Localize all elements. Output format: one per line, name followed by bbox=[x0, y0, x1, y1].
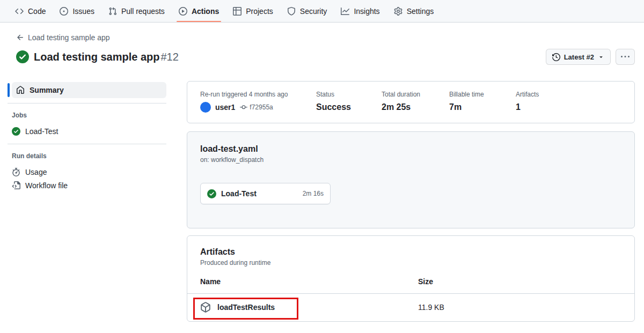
job-node-load-test[interactable]: Load-Test 2m 16s bbox=[200, 183, 331, 204]
history-icon bbox=[552, 53, 560, 61]
graph-icon bbox=[341, 7, 349, 16]
shield-icon bbox=[287, 7, 296, 16]
gear-icon bbox=[394, 7, 402, 16]
tab-settings[interactable]: Settings bbox=[389, 0, 440, 22]
billable-time-label: Billable time bbox=[449, 91, 516, 98]
run-summary-card: Re-run triggered 4 months ago user1 f729… bbox=[187, 81, 635, 123]
kebab-horizontal-icon bbox=[621, 53, 630, 61]
back-link-label: Load testing sample app bbox=[28, 33, 110, 42]
tab-label: Actions bbox=[192, 7, 219, 16]
column-header-size: Size bbox=[418, 277, 433, 286]
code-icon bbox=[15, 7, 24, 16]
workflow-file-name: load-test.yaml bbox=[200, 144, 621, 154]
check-circle-icon bbox=[207, 189, 216, 198]
tab-label: Insights bbox=[354, 7, 379, 16]
tab-issues[interactable]: Issues bbox=[54, 0, 99, 22]
trigger-user[interactable]: user1 bbox=[215, 103, 235, 112]
commit-sha[interactable]: f72955a bbox=[250, 103, 273, 111]
tab-label: Projects bbox=[246, 7, 273, 16]
run-details-heading: Run details bbox=[12, 152, 166, 160]
avatar[interactable] bbox=[200, 102, 211, 113]
artifact-row: loadTestResults 11.9 KB bbox=[187, 294, 634, 321]
workflow-graph-card: load-test.yaml on: workflow_dispatch Loa… bbox=[187, 131, 635, 228]
tab-label: Code bbox=[28, 7, 46, 16]
status-value: Success bbox=[316, 102, 382, 112]
package-icon bbox=[200, 302, 211, 313]
sidebar-item-usage[interactable]: Usage bbox=[12, 168, 166, 176]
sidebar-item-workflow-file[interactable]: Workflow file bbox=[12, 181, 166, 190]
tab-label: Settings bbox=[407, 7, 434, 16]
home-icon bbox=[16, 86, 25, 94]
git-commit-icon bbox=[240, 103, 247, 111]
tab-label: Security bbox=[300, 7, 327, 16]
check-circle-icon bbox=[16, 50, 29, 63]
artifacts-title: Artifacts bbox=[200, 247, 621, 257]
artifacts-count-value: 1 bbox=[516, 102, 539, 112]
arrow-left-icon bbox=[16, 33, 25, 42]
latest-run-label: Latest #2 bbox=[564, 53, 594, 61]
sidebar-item-label: Summary bbox=[30, 86, 64, 94]
status-label: Status bbox=[316, 91, 382, 98]
column-header-name: Name bbox=[200, 277, 418, 286]
usage-label: Usage bbox=[25, 168, 47, 176]
tab-code[interactable]: Code bbox=[10, 0, 51, 22]
total-duration-label: Total duration bbox=[382, 91, 449, 98]
artifacts-subtitle: Produced during runtime bbox=[200, 259, 621, 267]
check-circle-icon bbox=[12, 127, 20, 136]
git-pull-request-icon bbox=[108, 7, 117, 16]
artifact-size: 11.9 KB bbox=[418, 303, 444, 312]
run-sidebar: Summary Jobs Load-Test Run details Usage… bbox=[0, 81, 187, 190]
issue-opened-icon bbox=[60, 7, 68, 16]
tab-pull-requests[interactable]: Pull requests bbox=[103, 0, 170, 22]
tab-label: Pull requests bbox=[121, 7, 165, 16]
artifact-name-link[interactable]: loadTestResults bbox=[217, 303, 275, 312]
divider bbox=[8, 103, 166, 103]
job-node-duration: 2m 16s bbox=[303, 190, 324, 197]
selected-accent-bar bbox=[8, 83, 10, 97]
job-node-label: Load-Test bbox=[221, 189, 257, 198]
run-number: #12 bbox=[160, 51, 178, 63]
repo-tab-bar: Code Issues Pull requests Actions Projec… bbox=[0, 0, 644, 23]
jobs-heading: Jobs bbox=[12, 112, 166, 119]
job-label: Load-Test bbox=[25, 127, 58, 136]
trigger-label: Re-run triggered 4 months ago bbox=[200, 91, 316, 98]
artifacts-count-label: Artifacts bbox=[516, 91, 539, 98]
latest-run-button[interactable]: Latest #2 bbox=[546, 49, 611, 65]
tab-projects[interactable]: Projects bbox=[228, 0, 279, 22]
total-duration-value: 2m 25s bbox=[382, 102, 449, 112]
billable-time-value: 7m bbox=[449, 102, 516, 112]
table-icon bbox=[233, 7, 241, 16]
file-code-icon bbox=[12, 181, 20, 190]
divider bbox=[8, 144, 166, 144]
sidebar-item-summary[interactable]: Summary bbox=[8, 82, 166, 98]
run-header: Load testing sample app Load testing sam… bbox=[0, 23, 644, 65]
triangle-down-icon bbox=[598, 54, 604, 60]
run-main: Re-run triggered 4 months ago user1 f729… bbox=[187, 81, 644, 322]
tab-insights[interactable]: Insights bbox=[335, 0, 385, 22]
tab-security[interactable]: Security bbox=[282, 0, 333, 22]
artifacts-card: Artifacts Produced during runtime Name S… bbox=[187, 235, 635, 322]
stopwatch-icon bbox=[12, 168, 20, 176]
sidebar-item-job-load-test[interactable]: Load-Test bbox=[12, 127, 166, 136]
workflow-trigger: on: workflow_dispatch bbox=[200, 156, 621, 164]
tab-label: Issues bbox=[72, 7, 94, 16]
more-options-button[interactable] bbox=[616, 49, 635, 65]
workflow-file-label: Workflow file bbox=[25, 181, 68, 190]
back-link[interactable]: Load testing sample app bbox=[16, 33, 110, 42]
play-icon bbox=[179, 7, 187, 16]
page-title: Load testing sample app#12 bbox=[34, 51, 179, 63]
tab-actions[interactable]: Actions bbox=[173, 0, 224, 22]
